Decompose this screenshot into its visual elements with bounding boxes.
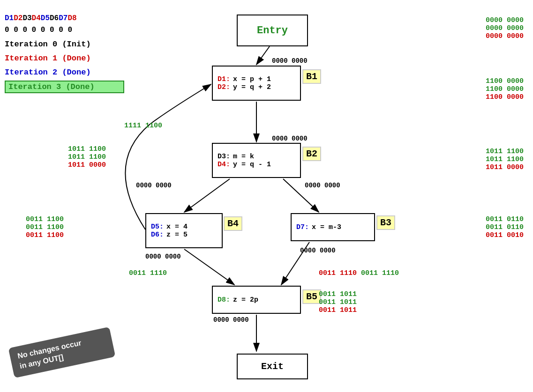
b2-left-annotations: 1011 1100 1011 1100 1011 0000 xyxy=(68,145,106,169)
b1-def1: D1: xyxy=(218,75,230,83)
notice-text: No changes occurin any OUT[] xyxy=(17,339,82,370)
b5-label: B5 xyxy=(302,289,321,304)
exit-node: Exit xyxy=(237,354,308,379)
entry-out-top: 0000 0000 0000 0000 0000 0000 xyxy=(486,16,524,40)
b2-label: B2 xyxy=(302,147,321,161)
b1-back-annotation: 1111 1100 xyxy=(124,122,162,130)
b1-node: D1: x = p + 1 D2: y = q + 2 xyxy=(212,66,301,101)
b5-exit-edge: 0000 0000 xyxy=(213,316,249,324)
b4-bottom-annotation: 0011 1110 xyxy=(129,269,167,277)
b4-left-annotations: 0011 1100 0011 1100 0011 1100 xyxy=(26,215,64,239)
b4-def1: D5: xyxy=(151,223,164,231)
svg-line-3 xyxy=(184,179,230,212)
b4-def2: D6: xyxy=(151,231,164,239)
iteration-1: Iteration 1 (Done) xyxy=(5,54,91,63)
b2-node: D3: m = k D4: y = q - 1 xyxy=(212,143,301,178)
b2-right-annotations: 1011 1100 1011 1100 1011 0000 xyxy=(486,148,524,171)
b2-def2: D4: xyxy=(218,161,230,169)
entry-label: Entry xyxy=(257,25,288,37)
b2-line2: y = q - 1 xyxy=(233,161,271,169)
b5-node: D8: z = 2p xyxy=(212,286,301,314)
b2-def1: D3: xyxy=(218,153,230,161)
b4-node: D5: x = 4 D6: z = 5 xyxy=(145,213,223,248)
b4-b5-edge: 0000 0000 xyxy=(145,253,181,260)
notice-box: No changes occurin any OUT[] xyxy=(8,327,116,378)
b1-line1: x = p + 1 xyxy=(233,75,271,83)
svg-line-1 xyxy=(256,46,270,65)
b4-label: B4 xyxy=(224,216,242,231)
b3-b5-edge: 0000 0000 xyxy=(300,247,336,254)
b3-node: D7: x = m-3 xyxy=(291,213,375,241)
b5-line1: z = 2p xyxy=(233,296,258,304)
b3-right-annotations: 0011 0110 0011 0110 0011 0010 xyxy=(486,215,524,239)
b2-left-edge: 0000 0000 xyxy=(136,182,172,189)
entry-node: Entry xyxy=(237,15,308,46)
b5-def1: D8: xyxy=(218,296,230,304)
b3-def1: D7: xyxy=(296,223,309,231)
iteration-0: Iteration 0 (Init) xyxy=(5,40,91,49)
b5-right-annotations: 0011 1011 0011 1011 0011 1011 xyxy=(319,290,357,314)
exit-label: Exit xyxy=(261,361,284,372)
b3-bottom-annotation: 0011 1110 0011 1110 xyxy=(319,269,399,277)
b1-right-annotations: 1100 0000 1100 0000 1100 0000 xyxy=(486,77,524,101)
b3-label: B3 xyxy=(376,215,395,230)
svg-line-5 xyxy=(184,249,234,285)
b4-line2: z = 5 xyxy=(166,231,188,239)
iteration-2: Iteration 2 (Done) xyxy=(5,68,91,77)
b2-b3-edge: 0000 0000 xyxy=(305,182,340,189)
d-labels: D1D2D3D4D5D6D7D8 xyxy=(5,14,77,22)
b1-b2-edge: 0000 0000 xyxy=(272,135,308,142)
entry-b1-edge: 0000 0000 xyxy=(272,57,308,65)
zeros-row: 0 0 0 0 0 0 0 0 xyxy=(5,26,72,34)
iteration-3-box: Iteration 3 (Done) xyxy=(5,81,124,93)
b1-line2: y = q + 2 xyxy=(233,83,271,91)
b1-def2: D2: xyxy=(218,83,230,91)
b4-line1: x = 4 xyxy=(166,223,188,231)
b2-line1: m = k xyxy=(233,153,254,161)
b3-line1: x = m-3 xyxy=(312,223,341,231)
b1-label: B1 xyxy=(302,69,321,84)
iteration-3: Iteration 3 (Done) xyxy=(8,82,95,91)
